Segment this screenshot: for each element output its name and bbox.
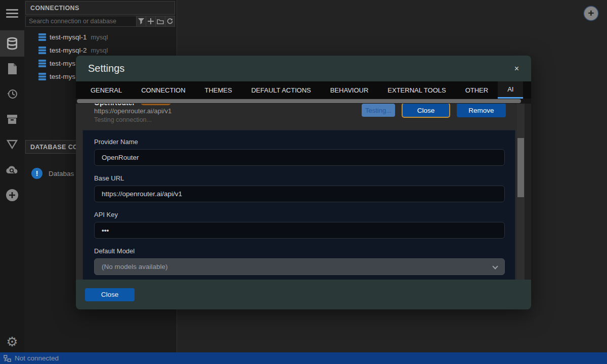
provider-name: OpenRouter [94, 104, 135, 107]
tab-ai[interactable]: AI [498, 81, 523, 99]
provider-status-text: Testing connection... [94, 116, 171, 124]
provider-url: https://openrouter.ai/api/v1 [94, 107, 171, 115]
connection-row[interactable]: test-mysql-1 mysql [24, 30, 176, 43]
connections-header: CONNECTIONS [25, 1, 175, 15]
statusbar: Not connected [0, 352, 607, 364]
provider-summary: OpenRouter https://openrouter.ai/api/v1 … [94, 104, 171, 124]
provider-form: Provider Name Base URL API Key Default M… [82, 130, 515, 280]
content-right-gutter [525, 104, 531, 280]
testing-button[interactable]: Testing... [362, 104, 395, 117]
history-icon [6, 88, 18, 100]
tab-default-actions[interactable]: DEFAULT ACTIONS [242, 81, 321, 99]
default-model-label: Default Model [94, 247, 135, 255]
refresh-icon[interactable] [165, 16, 175, 27]
modal-title: Settings [88, 63, 124, 74]
cloud-search-icon [6, 165, 19, 175]
sidebar-item-cloud-search[interactable] [0, 160, 24, 180]
icon-sidebar: ⚙ [0, 0, 24, 352]
modal-header: Settings × [76, 56, 531, 81]
sidebar-item-archive[interactable] [0, 109, 24, 129]
file-icon [7, 63, 17, 75]
default-model-select[interactable]: (No models available) [94, 258, 505, 275]
settings-modal: Settings × GENERAL CONNECTION THEMES DEF… [76, 56, 531, 309]
horizontal-scrollbar-thumb[interactable] [77, 99, 521, 103]
server-icon [38, 73, 46, 80]
tab-general[interactable]: GENERAL [81, 81, 132, 99]
triangle-down-icon [7, 140, 18, 150]
sidebar-item-connections[interactable] [0, 30, 24, 57]
settings-gear-icon[interactable]: ⚙ [0, 332, 24, 352]
info-icon: ! [31, 168, 42, 179]
tab-external-tools[interactable]: EXTERNAL TOOLS [378, 81, 455, 99]
api-key-field[interactable] [94, 222, 505, 239]
server-icon [38, 60, 46, 67]
base-url-field[interactable] [94, 186, 505, 202]
vertical-scrollbar-thumb[interactable] [517, 138, 524, 197]
provider-close-button[interactable]: Close [402, 104, 450, 118]
filter-icon[interactable] [137, 16, 146, 27]
plus-circle-icon [6, 189, 19, 202]
disconnected-icon [4, 355, 12, 362]
modal-close-button[interactable]: Close [85, 288, 135, 301]
tab-other[interactable]: OTHER [456, 81, 498, 99]
tab-behaviour[interactable]: BEHAVIOUR [321, 81, 378, 99]
settings-tabs: GENERAL CONNECTION THEMES DEFAULT ACTION… [76, 81, 531, 99]
base-url-label: Base URL [94, 174, 124, 182]
vertical-scrollbar [517, 104, 525, 280]
provider-name-label: Provider Name [94, 138, 138, 146]
database-icon [6, 37, 19, 50]
provider-remove-button[interactable]: Remove [457, 104, 506, 117]
provider-buttons: Testing... Close Remove [362, 104, 506, 118]
sidebar-item-add[interactable] [0, 185, 24, 205]
tab-connection[interactable]: CONNECTION [132, 81, 195, 99]
settings-content: OpenRouter https://openrouter.ai/api/v1 … [76, 104, 531, 280]
provider-status-badge [140, 104, 171, 105]
connection-status: Not connected [15, 354, 59, 362]
close-icon[interactable]: × [514, 64, 519, 73]
app-window: ⚙ CONNECTIONS test-mysql-1 [0, 0, 607, 364]
api-key-label: API Key [94, 211, 118, 218]
chevron-down-icon [492, 263, 498, 269]
provider-name-field[interactable] [94, 149, 505, 166]
add-connection-icon[interactable] [146, 16, 156, 27]
menu-icon[interactable] [0, 4, 24, 24]
search-row [25, 16, 175, 27]
modal-footer: Close [76, 280, 531, 309]
add-button[interactable]: + [584, 7, 598, 20]
server-icon [38, 47, 46, 54]
search-input[interactable] [25, 16, 137, 27]
tab-themes[interactable]: THEMES [195, 81, 242, 99]
sidebar-item-files[interactable] [0, 59, 24, 79]
horizontal-scrollbar [76, 99, 531, 104]
sidebar-item-filter[interactable] [0, 134, 24, 155]
new-folder-icon[interactable] [156, 16, 165, 27]
archive-icon [7, 114, 18, 125]
sidebar-item-history[interactable] [0, 84, 24, 104]
connection-row[interactable]: test-mysql-2 mysql [24, 43, 176, 57]
server-icon [38, 33, 46, 41]
